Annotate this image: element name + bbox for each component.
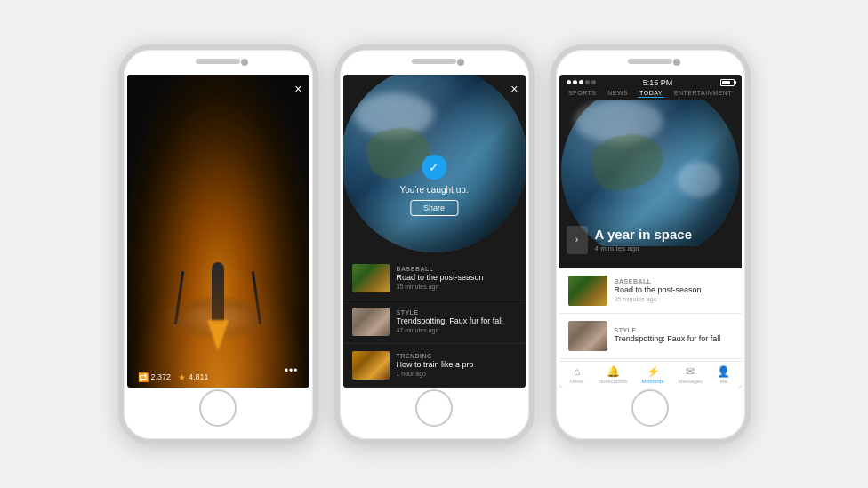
news-list-3: BASEBALL Road to the post-season 35 minu… (559, 268, 742, 361)
likes-stat: ★ 4,811 (178, 372, 209, 382)
bottom-nav-notifications[interactable]: 🔔 Notifications (599, 365, 628, 384)
p3-title-style: Trendspotting: Faux fur for fall (615, 334, 733, 345)
profile-icon: 👤 (717, 365, 730, 378)
tab-news[interactable]: NEWS (606, 89, 630, 98)
tab-sports[interactable]: SPORTS (567, 89, 599, 98)
phone-1-camera (241, 59, 248, 66)
share-button[interactable]: Share (410, 200, 458, 216)
p3-thumb-style (568, 321, 607, 351)
signal-dot-4 (585, 80, 590, 84)
bottom-nav-home[interactable]: ⌂ Home (570, 365, 584, 384)
more-options[interactable]: ••• (285, 364, 299, 377)
news-time-trending-2: 1 hour ago (397, 371, 517, 377)
messages-label: Messages (679, 379, 703, 384)
phones-container: × 🔁 2,372 ★ 4,811 ••• (100, 27, 768, 462)
stats-container: 🔁 2,372 ★ 4,811 (138, 372, 209, 382)
home-icon: ⌂ (574, 365, 580, 378)
rocket-background (127, 75, 309, 388)
p3-title-baseball: Road to the post-season (615, 285, 733, 296)
p3-cat-style: STYLE (615, 327, 733, 333)
phone-2: ✓ You're caught up. Share × BASEBALL Roa… (334, 44, 534, 444)
p3-news-item-baseball[interactable]: BASEBALL Road to the post-season 35 minu… (559, 268, 742, 314)
news-list-2: BASEBALL Road to the post-season 35 minu… (343, 257, 526, 388)
p3-cat-baseball: BASEBALL (615, 278, 733, 284)
p3-time-baseball: 35 minutes ago (615, 296, 733, 302)
news-time-baseball-2: 35 minutes ago (397, 284, 517, 290)
me-label: Me (720, 379, 727, 384)
star-icon: ★ (178, 372, 186, 382)
earth-globe-3 (561, 100, 739, 246)
phone-2-camera (457, 59, 464, 66)
launch-glow (127, 262, 309, 388)
news-item-style-2[interactable]: STYLE Trendspotting: Faux fur for fall 4… (343, 300, 526, 344)
phone-3-camera (673, 59, 680, 66)
p3-news-item-style[interactable]: STYLE Trendspotting: Faux fur for fall (559, 314, 742, 359)
news-thumb-baseball-2 (352, 264, 390, 292)
nav-tabs: SPORTS NEWS TODAY ENTERTAINMENT (559, 87, 742, 100)
retweet-icon: 🔁 (138, 372, 149, 382)
phone-1: × 🔁 2,372 ★ 4,811 ••• (118, 44, 318, 444)
retweet-count: 2,372 (151, 372, 172, 381)
bottom-nav-moments[interactable]: ⚡ Moments (642, 365, 664, 384)
p3-info-baseball: BASEBALL Road to the post-season 35 minu… (615, 278, 733, 303)
phone-2-screen: ✓ You're caught up. Share × BASEBALL Roa… (343, 75, 526, 388)
story-arrow-button[interactable]: › (567, 226, 588, 254)
signal-strength (567, 80, 596, 84)
battery-fill (722, 81, 731, 84)
caught-up-text: You're caught up. (399, 185, 468, 195)
phone-2-content: ✓ You're caught up. Share × BASEBALL Roa… (343, 75, 526, 388)
caught-up-badge: ✓ You're caught up. Share (399, 155, 468, 216)
news-info-style-2: STYLE Trendspotting: Faux fur for fall 4… (397, 309, 517, 334)
likes-count: 4,811 (189, 372, 209, 381)
battery-icon (720, 79, 735, 86)
news-time-style-2: 47 minutes ago (397, 327, 517, 333)
bell-icon: 🔔 (607, 365, 620, 378)
news-category-style-2: STYLE (397, 309, 517, 316)
earth-clouds-3b (677, 162, 721, 197)
news-item-baseball-2[interactable]: BASEBALL Road to the post-season 35 minu… (343, 257, 526, 300)
notifications-label: Notifications (599, 379, 628, 384)
space-year-title: A year in space (595, 227, 735, 243)
news-thumb-pro-2 (352, 351, 390, 380)
earth-hero (559, 100, 742, 246)
news-category-trending-2: TRENDING (397, 353, 517, 359)
retweet-stat: 🔁 2,372 (138, 372, 172, 382)
news-title-style-2: Trendspotting: Faux fur for fall (397, 316, 517, 327)
news-info-trending-2: TRENDING How to train like a pro 1 hour … (397, 353, 517, 378)
phone-3-screen: 5:15 PM SPORTS NEWS TODAY ENTERTAINMENT (559, 75, 742, 388)
bottom-nav-messages[interactable]: ✉ Messages (679, 365, 703, 384)
bottom-nav: ⌂ Home 🔔 Notifications ⚡ Moments ✉ Messa… (559, 361, 742, 388)
messages-icon: ✉ (686, 365, 695, 378)
home-label: Home (570, 379, 584, 384)
check-icon: ✓ (429, 160, 439, 174)
phone-3: 5:15 PM SPORTS NEWS TODAY ENTERTAINMENT (551, 44, 751, 444)
phone-1-screen: × 🔁 2,372 ★ 4,811 ••• (127, 75, 309, 388)
signal-dot-2 (573, 80, 577, 84)
news-info-baseball-2: BASEBALL Road to the post-season 35 minu… (397, 266, 517, 291)
tab-today[interactable]: TODAY (638, 89, 664, 98)
phone-3-content: 5:15 PM SPORTS NEWS TODAY ENTERTAINMENT (559, 75, 742, 388)
bottom-nav-me[interactable]: 👤 Me (717, 365, 730, 384)
space-year-time: 4 minutes ago (595, 244, 735, 252)
space-year-info: A year in space 4 minutes ago (595, 227, 735, 252)
space-year-card: › A year in space 4 minutes ago (567, 226, 735, 254)
moments-label: Moments (642, 379, 664, 384)
news-thumb-fur-2 (352, 308, 390, 336)
phone-1-footer: 🔁 2,372 ★ 4,811 ••• (127, 372, 309, 382)
tab-entertainment[interactable]: ENTERTAINMENT (672, 89, 734, 98)
signal-dot-1 (567, 80, 571, 84)
phone-1-content: × 🔁 2,372 ★ 4,811 ••• (127, 75, 309, 388)
news-item-trending-2[interactable]: TRENDING How to train like a pro 1 hour … (343, 344, 526, 388)
lightning-icon: ⚡ (647, 365, 660, 378)
news-category-baseball-2: BASEBALL (397, 266, 517, 272)
p3-info-style: STYLE Trendspotting: Faux fur for fall (615, 327, 733, 345)
signal-dot-3 (579, 80, 583, 84)
close-button-1[interactable]: × (294, 82, 301, 96)
close-button-2[interactable]: × (510, 82, 518, 96)
news-title-baseball-2: Road to the post-season (397, 273, 517, 284)
p3-thumb-baseball (568, 276, 607, 306)
status-time: 5:15 PM (596, 78, 720, 87)
checkmark-circle: ✓ (422, 155, 446, 180)
news-title-trending-2: How to train like a pro (397, 360, 517, 371)
